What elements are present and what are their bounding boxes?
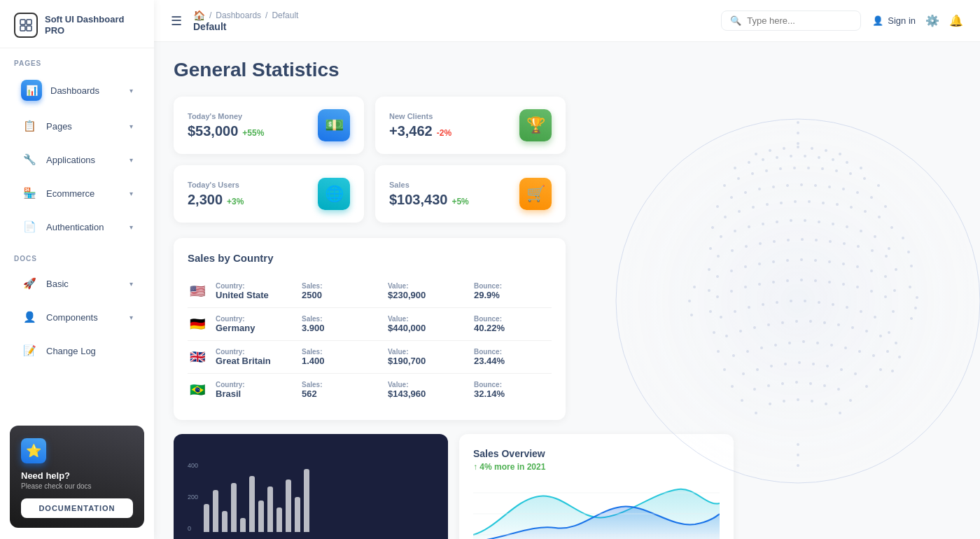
- components-icon: 👤: [21, 309, 38, 326]
- sidebar-item-label: Pages: [46, 121, 121, 132]
- bar: [213, 490, 218, 532]
- settings-icon[interactable]: ⚙️: [925, 14, 939, 27]
- svg-point-193: [797, 464, 799, 467]
- ecommerce-icon: 🏪: [21, 185, 38, 202]
- sidebar-item-label: Components: [46, 312, 121, 323]
- svg-point-36: [744, 191, 747, 194]
- svg-point-87: [871, 249, 874, 252]
- svg-point-160: [879, 368, 882, 371]
- sidebar-item-applications[interactable]: 🔧 Applications ▾: [7, 144, 147, 175]
- country-col: Country: United State: [216, 282, 293, 300]
- sales-overview-subtitle: ↑ 4% more in 2021: [473, 462, 720, 472]
- svg-point-24: [751, 172, 754, 175]
- bar: [276, 507, 282, 532]
- svg-point-74: [888, 247, 890, 250]
- svg-point-18: [818, 156, 820, 159]
- svg-point-89: [895, 268, 897, 271]
- sidebar-item-pages[interactable]: 📋 Pages ▾: [7, 111, 147, 141]
- sidebar-item-changelog[interactable]: 📝 Change Log: [7, 335, 147, 366]
- svg-point-133: [888, 331, 890, 334]
- svg-point-55: [822, 202, 825, 204]
- svg-point-104: [893, 289, 896, 292]
- svg-point-152: [774, 344, 777, 346]
- bounce-col: Bounce: 40.22%: [474, 315, 552, 333]
- svg-point-142: [823, 321, 826, 324]
- app-name: Soft UI Dashboard PRO: [45, 14, 140, 36]
- documentation-button[interactable]: DOCUMENTATION: [21, 498, 133, 518]
- svg-point-15: [776, 156, 778, 159]
- svg-point-39: [786, 184, 789, 187]
- dashboards-icon: 📊: [23, 82, 40, 99]
- svg-point-113: [814, 279, 817, 282]
- svg-point-25: [765, 169, 768, 172]
- sales-col: Sales: 1.400: [302, 348, 379, 366]
- svg-point-28: [807, 167, 810, 169]
- sidebar-item-label: Basic: [46, 279, 121, 289]
- svg-point-88: [885, 255, 888, 258]
- signin-label: Sign in: [888, 15, 916, 26]
- svg-point-23: [737, 177, 740, 180]
- hamburger-icon[interactable]: ☰: [171, 13, 182, 29]
- svg-point-26: [779, 167, 782, 170]
- svg-point-111: [786, 279, 789, 282]
- bar: [286, 479, 291, 532]
- search-input[interactable]: [747, 15, 845, 26]
- country-col: Country: Germany: [216, 315, 293, 333]
- svg-point-163: [756, 368, 759, 371]
- flag-us: 🇺🇸: [188, 284, 207, 298]
- country-col: Country: Brasil: [216, 381, 293, 399]
- sidebar-logo: Soft UI Dashboard PRO: [0, 0, 154, 48]
- sidebar-item-dashboards[interactable]: 📊 Dashboards ▾: [7, 73, 147, 108]
- table-row: 🇧🇷 Country: Brasil Sales: 562 Value: $14…: [188, 374, 552, 406]
- svg-point-147: [886, 350, 889, 353]
- svg-point-140: [795, 320, 798, 323]
- svg-point-127: [804, 300, 806, 302]
- breadcrumb-dashboards[interactable]: Dashboards: [216, 10, 261, 20]
- svg-point-70: [832, 223, 834, 225]
- svg-point-201: [902, 237, 904, 239]
- sidebar-item-basic[interactable]: 🚀 Basic ▾: [7, 268, 147, 299]
- svg-point-149: [732, 354, 735, 357]
- bounce-col: Bounce: 23.44%: [474, 348, 552, 366]
- bar-chart-card: 400 200 0: [174, 434, 448, 539]
- svg-point-196: [914, 307, 917, 309]
- svg-point-179: [837, 388, 840, 391]
- stat-value-clients: +3,462: [389, 123, 433, 139]
- stat-card-users: Today's Users 2,300 +3% 🌐: [174, 165, 364, 223]
- sidebar-item-label: Applications: [46, 155, 121, 165]
- svg-point-195: [916, 296, 918, 299]
- sidebar-item-components[interactable]: 👤 Components ▾: [7, 302, 147, 332]
- svg-point-153: [788, 342, 791, 344]
- svg-point-61: [709, 247, 712, 250]
- svg-point-190: [797, 142, 799, 145]
- svg-point-198: [693, 286, 696, 288]
- stat-value-money: $53,000: [188, 123, 238, 139]
- table-row: 🇺🇸 Country: United State Sales: 2500 Val…: [188, 275, 552, 308]
- stat-card-money: Today's Money $53,000 +55% 💵: [174, 97, 364, 154]
- svg-point-204: [895, 342, 897, 344]
- stat-change-money: +55%: [242, 128, 264, 138]
- svg-point-69: [818, 220, 820, 223]
- svg-point-100: [842, 262, 845, 265]
- svg-point-164: [770, 365, 773, 368]
- signin-button[interactable]: 👤 Sign in: [872, 15, 916, 26]
- svg-point-125: [776, 301, 778, 304]
- svg-point-81: [787, 239, 790, 241]
- chevron-down-icon: ▾: [130, 122, 133, 130]
- svg-point-13: [748, 161, 750, 164]
- bounce-col: Bounce: 32.14%: [474, 381, 552, 399]
- svg-point-30: [835, 169, 838, 172]
- search-box[interactable]: 🔍: [721, 10, 861, 31]
- svg-point-56: [836, 203, 839, 206]
- y-label-400: 400: [188, 462, 198, 469]
- stat-change-users: +3%: [227, 197, 244, 206]
- sidebar-item-authentication[interactable]: 📄 Authentication ▾: [7, 211, 147, 242]
- sales-overview-title: Sales Overview: [473, 448, 720, 459]
- bell-icon[interactable]: 🔔: [949, 14, 963, 27]
- svg-point-106: [716, 295, 719, 298]
- sidebar-item-ecommerce[interactable]: 🏪 Ecommerce ▾: [7, 178, 147, 209]
- breadcrumb-sep2: /: [265, 10, 267, 20]
- breadcrumb-home-icon: 🏠: [193, 10, 205, 21]
- bar: [204, 504, 209, 532]
- sidebar-item-label: Ecommerce: [46, 188, 121, 199]
